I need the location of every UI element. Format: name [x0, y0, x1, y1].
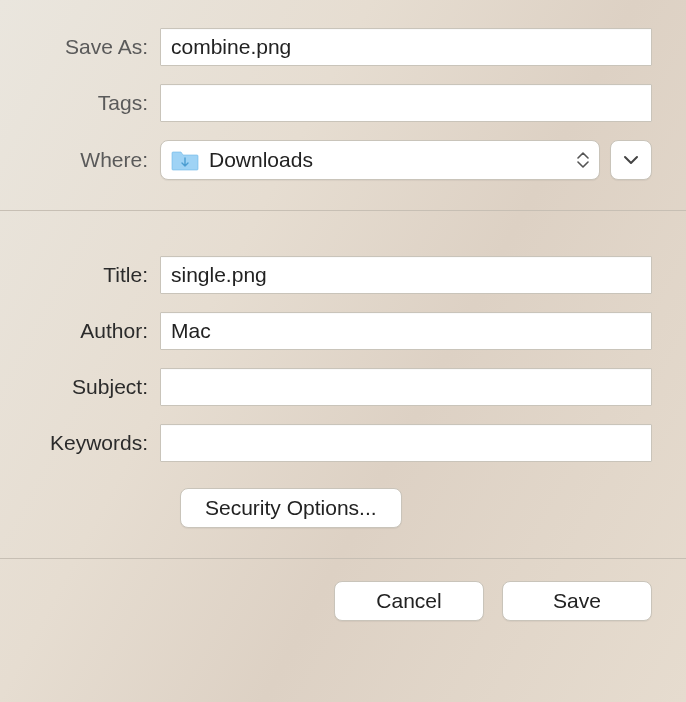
subject-input[interactable] [160, 368, 652, 406]
author-row: Author: [0, 312, 652, 350]
save-button[interactable]: Save [502, 581, 652, 621]
metadata-panel: Title: Author: Subject: Keywords: Securi… [0, 210, 686, 558]
cancel-button[interactable]: Cancel [334, 581, 484, 621]
where-label: Where: [0, 148, 160, 172]
security-options-button[interactable]: Security Options... [180, 488, 402, 528]
keywords-label: Keywords: [0, 431, 160, 455]
title-label: Title: [0, 263, 160, 287]
folder-icon [171, 149, 199, 171]
save-as-row: Save As: [0, 28, 652, 66]
title-row: Title: [0, 256, 652, 294]
subject-label: Subject: [0, 375, 160, 399]
save-as-label: Save As: [0, 35, 160, 59]
author-input[interactable] [160, 312, 652, 350]
chevron-down-icon [623, 155, 639, 165]
updown-icon [577, 152, 589, 168]
subject-row: Subject: [0, 368, 652, 406]
tags-label: Tags: [0, 91, 160, 115]
dialog-footer: Cancel Save [0, 558, 686, 643]
expand-button[interactable] [610, 140, 652, 180]
keywords-input[interactable] [160, 424, 652, 462]
title-input[interactable] [160, 256, 652, 294]
author-label: Author: [0, 319, 160, 343]
save-panel-top: Save As: Tags: Where: Downloads [0, 0, 686, 210]
where-select[interactable]: Downloads [160, 140, 600, 180]
tags-input[interactable] [160, 84, 652, 122]
save-as-input[interactable] [160, 28, 652, 66]
where-value: Downloads [209, 148, 567, 172]
security-options-row: Security Options... [0, 488, 652, 528]
where-row: Where: Downloads [0, 140, 652, 180]
tags-row: Tags: [0, 84, 652, 122]
keywords-row: Keywords: [0, 424, 652, 462]
